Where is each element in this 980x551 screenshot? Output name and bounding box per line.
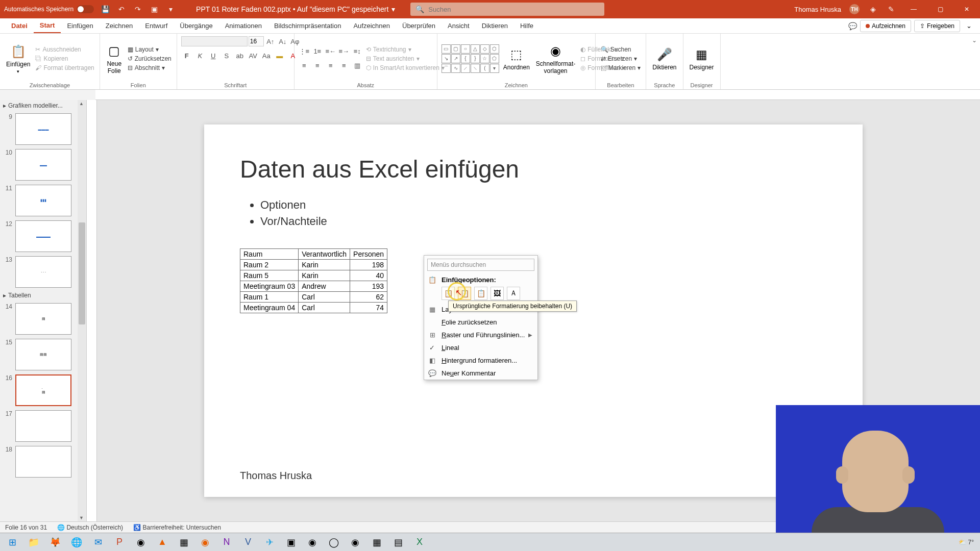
pen-icon[interactable]: ✎ bbox=[886, 4, 896, 14]
kopieren-button[interactable]: ⿻Kopieren bbox=[34, 55, 95, 63]
paste-picture-button[interactable]: 🖼 bbox=[491, 287, 504, 300]
app-icon[interactable]: ▤ bbox=[388, 534, 408, 550]
diktieren-button[interactable]: 🎤 Diktieren bbox=[650, 44, 678, 73]
underline-button[interactable]: U bbox=[208, 50, 219, 61]
tab-animationen[interactable]: Animationen bbox=[219, 18, 268, 33]
slide-title[interactable]: Daten aus Excel einfügen bbox=[240, 155, 827, 183]
comments-icon[interactable]: 💬 bbox=[848, 22, 857, 30]
shadow-button[interactable]: ab bbox=[234, 50, 246, 61]
lineal-menuitem[interactable]: Lineal bbox=[424, 341, 537, 354]
markieren-button[interactable]: ⬚Markieren ▾ bbox=[600, 64, 642, 72]
thumbnail-10[interactable]: 10▬▬ bbox=[0, 147, 86, 183]
chevron-down-icon[interactable]: ▾ bbox=[391, 5, 395, 13]
search-box[interactable]: 🔍 bbox=[410, 3, 604, 16]
align-center-button[interactable]: ≡ bbox=[312, 60, 323, 71]
obs-icon[interactable]: ◉ bbox=[302, 534, 323, 550]
tab-ueberpruefen[interactable]: Überprüfen bbox=[396, 18, 442, 33]
language-status[interactable]: 🌐 Deutsch (Österreich) bbox=[57, 524, 123, 531]
thumbnail-9[interactable]: 9▬▬▬ bbox=[0, 111, 86, 147]
shapes-gallery[interactable]: ▭▢○△◇⬡ ↘↗{}☆⬠ ⌒∿⟋⟍(▾ bbox=[442, 44, 499, 73]
scrollbar-thumb[interactable] bbox=[79, 222, 85, 324]
thumbnail-14[interactable]: 14▤ bbox=[0, 301, 86, 337]
taskbar[interactable]: ⊞ 📁 🦊 🌐 ✉ P ◉ ▲ ▦ ◉ N V ✈ ▣ ◉ ◯ ◉ ▦ ▤ X … bbox=[0, 533, 980, 551]
weather-icon[interactable]: ⛅ 7° bbox=[959, 539, 974, 546]
tab-bildschirmpraesentation[interactable]: Bildschirmpräsentation bbox=[268, 18, 348, 33]
outlook-icon[interactable]: ✉ bbox=[88, 534, 108, 550]
tab-einfuegen[interactable]: Einfügen bbox=[61, 18, 99, 33]
app-icon[interactable]: ◉ bbox=[195, 534, 215, 550]
slide-thumbnails-panel[interactable]: ▸ Grafiken modellier... 9▬▬▬ 10▬▬ 11▮▮▮ … bbox=[0, 100, 87, 521]
undo-icon[interactable]: ↶ bbox=[116, 4, 127, 14]
designer-button[interactable]: ▦ Designer bbox=[688, 44, 716, 73]
bullets-button[interactable]: ⋮≡ bbox=[299, 46, 310, 57]
diamond-icon[interactable]: ◈ bbox=[868, 4, 878, 14]
app-icon[interactable]: ▣ bbox=[281, 534, 301, 550]
user-name[interactable]: Thomas Hruska bbox=[794, 6, 841, 13]
highlight-button[interactable]: ▬ bbox=[274, 50, 285, 61]
einfuegen-button[interactable]: 📋 Einfügen▾ bbox=[4, 41, 32, 76]
visio-icon[interactable]: V bbox=[238, 534, 258, 550]
telegram-icon[interactable]: ✈ bbox=[259, 534, 280, 550]
app-icon[interactable]: ▦ bbox=[174, 534, 194, 550]
collapse-ribbon-icon[interactable]: ⌄ bbox=[972, 37, 977, 44]
thumbnail-12[interactable]: 12▬▬▬▬ bbox=[0, 218, 86, 254]
numbering-button[interactable]: 1≡ bbox=[312, 46, 323, 57]
spacing-button[interactable]: AV bbox=[248, 50, 259, 61]
powerpoint-icon[interactable]: P bbox=[109, 534, 130, 550]
firefox-icon[interactable]: 🦊 bbox=[45, 534, 65, 550]
increase-font-icon[interactable]: A↑ bbox=[265, 36, 276, 47]
decrease-font-icon[interactable]: A↓ bbox=[277, 36, 288, 47]
tab-zeichnen[interactable]: Zeichnen bbox=[100, 18, 139, 33]
hintergrund-menuitem[interactable]: ◧Hintergrund formatieren... bbox=[424, 354, 537, 367]
smartart-button[interactable]: ⬡In SmartArt konvertieren ▾ bbox=[365, 64, 446, 72]
aufzeichnen-button[interactable]: Aufzeichnen bbox=[860, 20, 911, 32]
app-icon[interactable]: ◉ bbox=[131, 534, 151, 550]
app-icon[interactable]: ◉ bbox=[345, 534, 365, 550]
maximize-button[interactable]: ▢ bbox=[931, 0, 949, 18]
section-header[interactable]: ▸ Grafiken modellier... bbox=[0, 100, 86, 111]
tab-diktieren[interactable]: Diktieren bbox=[476, 18, 514, 33]
neuer-kommentar-menuitem[interactable]: 💬Neuer Kommentar bbox=[424, 367, 537, 380]
layout-button[interactable]: ▦Layout ▾ bbox=[127, 45, 173, 54]
suchen-button[interactable]: 🔍Suchen bbox=[600, 45, 642, 54]
font-family-input[interactable] bbox=[181, 36, 248, 46]
italic-button[interactable]: K bbox=[194, 50, 206, 61]
thumbnail-15[interactable]: 15▤▤ bbox=[0, 337, 86, 372]
anordnen-button[interactable]: ⬚ Anordnen bbox=[501, 44, 532, 73]
close-button[interactable]: ✕ bbox=[958, 0, 976, 18]
slide-counter[interactable]: Folie 16 von 31 bbox=[5, 524, 47, 531]
text-ausrichten-button[interactable]: ⊟Text ausrichten ▾ bbox=[365, 55, 446, 63]
ersetzen-button[interactable]: ⇄Ersetzen ▾ bbox=[600, 55, 642, 63]
accessibility-status[interactable]: ♿ Barrierefreiheit: Untersuchen bbox=[133, 524, 221, 531]
autosave-toggle[interactable]: Automatisches Speichern bbox=[4, 5, 94, 13]
document-title[interactable]: PPT 01 Roter Faden 002.pptx • Auf "diese… bbox=[196, 5, 395, 13]
save-icon[interactable]: 💾 bbox=[100, 4, 110, 14]
folie-zuruecksetzen-menuitem[interactable]: Folie zurücksetzen bbox=[424, 316, 537, 329]
bullet-list[interactable]: Optionen Vor/Nachteile bbox=[240, 198, 827, 228]
font-size-input[interactable] bbox=[249, 36, 264, 46]
indent-increase-button[interactable]: ≡→ bbox=[338, 46, 350, 57]
tab-hilfe[interactable]: Hilfe bbox=[514, 18, 540, 33]
justify-button[interactable]: ≡ bbox=[338, 60, 350, 71]
app-icon[interactable]: ◯ bbox=[324, 534, 344, 550]
tab-uebergaenge[interactable]: Übergänge bbox=[174, 18, 218, 33]
tab-entwurf[interactable]: Entwurf bbox=[139, 18, 174, 33]
section-header[interactable]: ▸ Tabellen bbox=[0, 290, 86, 301]
tab-ansicht[interactable]: Ansicht bbox=[442, 18, 476, 33]
author-text[interactable]: Thomas Hruska bbox=[240, 470, 312, 482]
tab-datei[interactable]: Datei bbox=[5, 18, 34, 33]
schnellformat-button[interactable]: ◉ Schnellformat- vorlagen bbox=[534, 41, 577, 77]
system-tray[interactable]: ⛅ 7° bbox=[959, 539, 978, 546]
menu-search-input[interactable]: Menüs durchsuchen bbox=[427, 259, 534, 271]
thumbnail-11[interactable]: 11▮▮▮ bbox=[0, 183, 86, 218]
line-spacing-button[interactable]: ≡↕ bbox=[352, 46, 363, 57]
excel-icon[interactable]: X bbox=[409, 534, 430, 550]
slide[interactable]: Daten aus Excel einfügen Optionen Vor/Na… bbox=[204, 124, 863, 497]
tab-aufzeichnen[interactable]: Aufzeichnen bbox=[347, 18, 396, 33]
abschnitt-button[interactable]: ⊟Abschnitt ▾ bbox=[127, 64, 173, 72]
app-icon[interactable]: ▦ bbox=[366, 534, 387, 550]
chevron-down-icon[interactable]: ⌄ bbox=[963, 22, 975, 30]
indent-decrease-button[interactable]: ≡← bbox=[325, 46, 336, 57]
paste-use-destination-button[interactable]: 📋 bbox=[442, 287, 455, 300]
paste-embed-button[interactable]: 📋 bbox=[474, 287, 487, 300]
